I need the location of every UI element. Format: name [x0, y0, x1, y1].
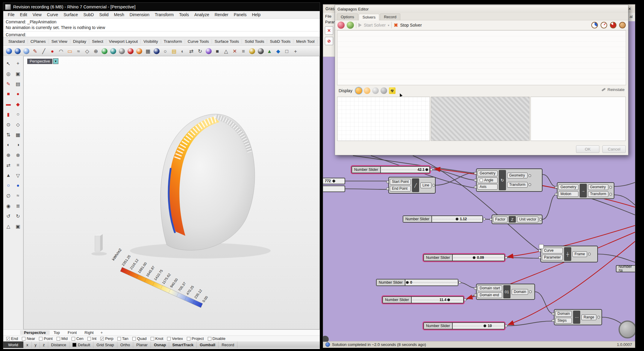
sidebar-tool-icon[interactable]: ▣ — [14, 222, 22, 230]
checkbox-tan[interactable] — [117, 337, 121, 341]
rhino-title-bar[interactable]: Revision recording (6 MB) - Rhino 7 Comm… — [3, 3, 320, 11]
sidebar-tool-icon[interactable]: ∅ — [4, 192, 12, 200]
toolbar-icon[interactable]: ↻ — [196, 47, 204, 55]
perspective-viewport[interactable]: Perspective ▼ — [23, 56, 320, 329]
dock-button-2[interactable]: ⊘ — [325, 37, 333, 45]
sidebar-tool-icon[interactable]: ▽ — [14, 171, 22, 179]
cancel-button[interactable]: Cancel — [602, 145, 626, 153]
gauge-pie-blue-icon[interactable] — [591, 22, 598, 28]
sidebar-tool-icon[interactable]: ✎ — [4, 80, 12, 88]
menu-render[interactable]: Render — [212, 12, 231, 17]
gauge-needle-icon[interactable] — [601, 22, 607, 28]
menu-dimension[interactable]: Dimension — [127, 12, 152, 17]
gauge-plain-icon[interactable] — [619, 22, 626, 28]
play-icon[interactable] — [358, 23, 362, 27]
rotate-icon[interactable]: ↻ — [499, 170, 506, 190]
input-curve[interactable]: Curve — [542, 248, 563, 253]
toolbar-icon[interactable]: ○ — [161, 47, 169, 55]
input-steps[interactable]: Steps — [555, 318, 572, 323]
sidebar-tool-icon[interactable]: ⊗ — [14, 151, 22, 159]
sidebar-tool-icon[interactable]: ↻ — [14, 212, 22, 220]
input-domain-start[interactable]: Domain start — [478, 285, 502, 291]
checkbox-vertex[interactable] — [167, 337, 171, 341]
slider-knob[interactable] — [473, 256, 475, 259]
start-solver-button[interactable]: Start Solver — [364, 23, 386, 28]
input-geometry[interactable]: Geometry — [558, 184, 578, 190]
component-line[interactable]: Start PointEnd Point╱Line — [388, 177, 436, 194]
sidebar-tool-icon[interactable]: ○ — [14, 110, 22, 118]
output-range[interactable]: Range — [581, 314, 596, 320]
osnap-end[interactable]: ✓End — [6, 336, 18, 341]
sidebar-tool-icon[interactable]: + — [14, 60, 22, 67]
toolbar-icon[interactable] — [118, 47, 126, 55]
status-item-distance[interactable]: Distance — [48, 341, 70, 348]
menu-analyze[interactable]: Analyze — [192, 12, 212, 17]
status-item-x[interactable]: x — [23, 341, 32, 348]
toolbar-icon[interactable]: ● — [49, 47, 56, 55]
sidebar-tool-icon[interactable]: ▬ — [4, 100, 12, 108]
slider-knob[interactable] — [406, 281, 409, 284]
galapagos-title-bar[interactable]: Galapagos Editor — [335, 5, 628, 13]
graph-panel[interactable] — [337, 97, 430, 141]
unit-z-icon[interactable]: Z — [509, 216, 516, 223]
input-motion[interactable]: Motion — [558, 191, 578, 197]
display-mode-orange-light[interactable] — [364, 87, 370, 94]
output-transform[interactable]: Transform — [507, 182, 528, 188]
toolbar-tab-surface-tools[interactable]: Surface Tools — [212, 39, 242, 44]
input-end-point[interactable]: End Point — [390, 186, 411, 192]
status-item-planar[interactable]: Planar — [133, 341, 151, 348]
genome-panel[interactable] — [431, 97, 530, 141]
status-item-default[interactable]: Default — [69, 341, 93, 348]
number-slider-10[interactable]: Number Slider10 — [423, 322, 505, 329]
sidebar-tool-icon[interactable]: ≈ — [14, 192, 22, 200]
number-slider-114[interactable]: Number Slider11.4 — [382, 296, 464, 303]
osnap-disable[interactable]: Disable — [208, 336, 225, 341]
toolbar-tab-set-view[interactable]: Set View — [49, 39, 70, 44]
clipped-slider[interactable]: 772 — [323, 178, 345, 184]
menu-subd[interactable]: SubD — [81, 12, 96, 17]
menu-edit[interactable]: Edit — [17, 12, 30, 17]
display-mode-orange-solid[interactable] — [355, 87, 362, 94]
toolbar-icon[interactable]: ■ — [213, 47, 221, 55]
component-range[interactable]: DomainSteps⋯Range — [554, 309, 602, 325]
status-item-world[interactable]: World — [3, 341, 23, 348]
slider-rail[interactable]: 0.09 — [453, 255, 504, 261]
toolbar-icon[interactable]: ◐ — [179, 47, 187, 55]
sidebar-tool-icon[interactable]: ⇄ — [4, 161, 12, 169]
number-slider-0[interactable]: Number Slider0 — [376, 279, 458, 286]
menu-curve[interactable]: Curve — [44, 12, 61, 17]
chevron-down-icon[interactable]: ▾ — [388, 24, 389, 27]
new-viewport-button[interactable]: + — [98, 330, 106, 335]
sidebar-tool-icon[interactable]: ◇ — [14, 121, 22, 128]
menu-tools[interactable]: Tools — [176, 12, 192, 17]
osnap-int[interactable]: Int — [87, 336, 96, 341]
record-panel[interactable] — [531, 97, 626, 141]
input-angle[interactable]: Angle — [478, 177, 498, 183]
slider-knob[interactable] — [425, 168, 428, 171]
toolbar-icon[interactable] — [127, 47, 134, 55]
tab-solvers[interactable]: Solvers — [359, 14, 379, 20]
menu-solid[interactable]: Solid — [96, 12, 111, 17]
component-move[interactable]: GeometryMotion→GeometryTransform — [557, 182, 614, 199]
viewport-tab-top[interactable]: Top — [50, 330, 64, 335]
toolbar-tab-subd-tools[interactable]: SubD Tools — [267, 39, 293, 44]
input-parameter[interactable]: Parameter — [542, 255, 563, 260]
input-domain[interactable]: Domain — [555, 311, 572, 317]
sidebar-tool-icon[interactable]: ▦ — [14, 131, 22, 139]
toolbar-icon[interactable]: ⊕ — [92, 47, 100, 55]
osnap-near[interactable]: Near — [22, 336, 35, 341]
slider-rail[interactable]: 1.12 — [432, 216, 482, 222]
output-geometry[interactable]: Geometry — [507, 173, 528, 178]
sidebar-tool-icon[interactable]: ≣ — [14, 202, 22, 210]
menu-surface[interactable]: Surface — [61, 12, 81, 17]
osnap-project[interactable]: Project — [187, 336, 204, 341]
slider-knob[interactable] — [447, 299, 450, 301]
toolbar-tab-curve-tools[interactable]: Curve Tools — [185, 39, 212, 44]
toolbar-tab-viewport-layout[interactable]: Viewport Layout — [106, 39, 141, 44]
output-frame[interactable]: Frame — [572, 251, 587, 257]
checkbox-knot[interactable] — [151, 337, 154, 341]
viewport-tab-right[interactable]: Right — [81, 330, 97, 335]
toolbar-icon[interactable]: ▲ — [266, 47, 273, 55]
menu-file[interactable]: File — [323, 13, 335, 19]
canvas-widget-circle[interactable] — [619, 320, 635, 338]
